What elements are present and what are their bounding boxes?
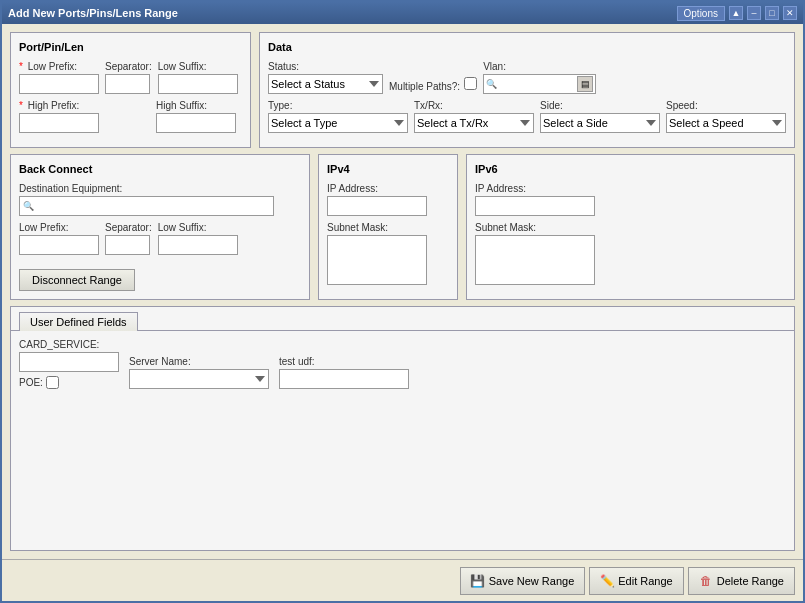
- ipv6-ip-group: IP Address:: [475, 183, 786, 216]
- save-new-range-button[interactable]: 💾 Save New Range: [460, 567, 586, 595]
- port-pin-title: Port/Pin/Len: [19, 41, 242, 53]
- card-service-input[interactable]: [19, 352, 119, 372]
- ipv4-section: IPv4 IP Address: Subnet Mask:: [318, 154, 458, 300]
- speed-select[interactable]: Select a Speed: [666, 113, 786, 133]
- high-prefix-input[interactable]: [19, 113, 99, 133]
- required-marker: *: [19, 61, 23, 72]
- ipv6-ip-input[interactable]: [475, 196, 595, 216]
- delete-range-button[interactable]: 🗑 Delete Range: [688, 567, 795, 595]
- high-suffix-group: High Suffix:: [156, 100, 236, 133]
- disconnect-range-button[interactable]: Disconnect Range: [19, 269, 135, 291]
- side-group: Side: Select a Side: [540, 100, 660, 133]
- required-marker2: *: [19, 100, 23, 111]
- delete-icon: 🗑: [699, 574, 713, 588]
- dest-equip-label: Destination Equipment:: [19, 183, 301, 194]
- data-row1: Status: Select a Status Multiple Paths?:…: [268, 61, 786, 94]
- server-name-select[interactable]: [129, 369, 269, 389]
- txrx-group: Tx/Rx: Select a Tx/Rx: [414, 100, 534, 133]
- status-select[interactable]: Select a Status: [268, 74, 383, 94]
- window-title: Add New Ports/Pins/Lens Range: [8, 7, 178, 19]
- dest-equip-wrap: 🔍: [19, 196, 274, 216]
- main-window: Add New Ports/Pins/Lens Range Options ▲ …: [0, 0, 805, 603]
- low-suffix-input[interactable]: [158, 74, 238, 94]
- type-label: Type:: [268, 100, 408, 111]
- edit-range-button[interactable]: ✏️ Edit Range: [589, 567, 683, 595]
- udf-tab-bar: User Defined Fields: [11, 307, 794, 331]
- test-udf-input[interactable]: [279, 369, 409, 389]
- udf-section: User Defined Fields CARD_SERVICE: POE:: [10, 306, 795, 551]
- speed-label: Speed:: [666, 100, 786, 111]
- test-udf-group: test udf:: [279, 356, 409, 389]
- vlan-group: Vlan: 🔍 ▤: [483, 61, 596, 94]
- test-udf-label: test udf:: [279, 356, 409, 367]
- udf-tab[interactable]: User Defined Fields: [19, 312, 138, 331]
- save-icon: 💾: [471, 574, 485, 588]
- vlan-input[interactable]: [497, 75, 577, 93]
- close-button[interactable]: ✕: [783, 6, 797, 20]
- side-select[interactable]: Select a Side: [540, 113, 660, 133]
- ipv4-ip-input[interactable]: [327, 196, 427, 216]
- status-label: Status:: [268, 61, 383, 72]
- edit-btn-label: Edit Range: [618, 575, 672, 587]
- delete-btn-label: Delete Range: [717, 575, 784, 587]
- title-bar: Add New Ports/Pins/Lens Range Options ▲ …: [2, 2, 803, 24]
- bc-low-prefix-group: Low Prefix:: [19, 222, 99, 255]
- separator-input[interactable]: [105, 74, 150, 94]
- maximize-button[interactable]: □: [765, 6, 779, 20]
- poe-checkbox[interactable]: [46, 376, 59, 389]
- status-group: Status: Select a Status: [268, 61, 383, 94]
- bc-separator-label: Separator:: [105, 222, 152, 233]
- bc-low-prefix-input[interactable]: [19, 235, 99, 255]
- ipv4-subnet-label: Subnet Mask:: [327, 222, 449, 233]
- ipv4-ip-label: IP Address:: [327, 183, 449, 194]
- bc-separator-input[interactable]: [105, 235, 150, 255]
- low-prefix-row: * Low Prefix: Separator: Low Suffix:: [19, 61, 242, 94]
- footer: 💾 Save New Range ✏️ Edit Range 🗑 Delete …: [2, 559, 803, 601]
- server-name-group: Server Name:: [129, 356, 269, 389]
- bc-low-prefix-label: Low Prefix:: [19, 222, 99, 233]
- data-row2: Type: Select a Type Tx/Rx: Select a Tx/R…: [268, 100, 786, 133]
- data-title: Data: [268, 41, 786, 53]
- ipv4-ip-group: IP Address:: [327, 183, 449, 216]
- low-prefix-group: * Low Prefix:: [19, 61, 99, 94]
- bc-low-suffix-input[interactable]: [158, 235, 238, 255]
- back-connect-low-row: Low Prefix: Separator: Low Suffix:: [19, 222, 301, 255]
- low-suffix-group: Low Suffix:: [158, 61, 238, 94]
- high-prefix-row: * High Prefix: High Suffix:: [19, 100, 242, 133]
- vlan-search-icon: 🔍: [486, 79, 497, 89]
- dest-equip-input[interactable]: [34, 197, 270, 215]
- ipv6-title: IPv6: [475, 163, 786, 175]
- ipv4-subnet-input[interactable]: [327, 235, 427, 285]
- bc-low-suffix-group: Low Suffix:: [158, 222, 238, 255]
- low-prefix-input[interactable]: [19, 74, 99, 94]
- type-select[interactable]: Select a Type: [268, 113, 408, 133]
- low-prefix-label: * Low Prefix:: [19, 61, 99, 72]
- txrx-select[interactable]: Select a Tx/Rx: [414, 113, 534, 133]
- vlan-browse-button[interactable]: ▤: [577, 76, 593, 92]
- back-connect-title: Back Connect: [19, 163, 301, 175]
- high-prefix-label: * High Prefix:: [19, 100, 99, 111]
- side-label: Side:: [540, 100, 660, 111]
- chevron-up-button[interactable]: ▲: [729, 6, 743, 20]
- options-button[interactable]: Options: [677, 6, 725, 21]
- bc-low-suffix-label: Low Suffix:: [158, 222, 238, 233]
- txrx-label: Tx/Rx:: [414, 100, 534, 111]
- vlan-input-wrap: 🔍 ▤: [483, 74, 596, 94]
- card-service-input-wrap: POE:: [19, 352, 119, 389]
- poe-row: POE:: [19, 376, 119, 389]
- ipv6-subnet-input[interactable]: [475, 235, 595, 285]
- ipv6-subnet-label: Subnet Mask:: [475, 222, 786, 233]
- minimize-button[interactable]: –: [747, 6, 761, 20]
- type-group: Type: Select a Type: [268, 100, 408, 133]
- multiple-paths-group: Multiple Paths?:: [389, 77, 477, 94]
- top-row: Port/Pin/Len * Low Prefix: Separator: Lo…: [10, 32, 795, 148]
- middle-row: Back Connect Destination Equipment: 🔍 Lo…: [10, 154, 795, 300]
- speed-group: Speed: Select a Speed: [666, 100, 786, 133]
- high-suffix-input[interactable]: [156, 113, 236, 133]
- title-bar-controls: Options ▲ – □ ✕: [677, 6, 797, 21]
- multiple-paths-checkbox[interactable]: [464, 77, 477, 90]
- udf-content: CARD_SERVICE: POE: Server Name:: [11, 331, 794, 397]
- separator-label: Separator:: [105, 61, 152, 72]
- main-content: Port/Pin/Len * Low Prefix: Separator: Lo…: [2, 24, 803, 559]
- ipv4-title: IPv4: [327, 163, 449, 175]
